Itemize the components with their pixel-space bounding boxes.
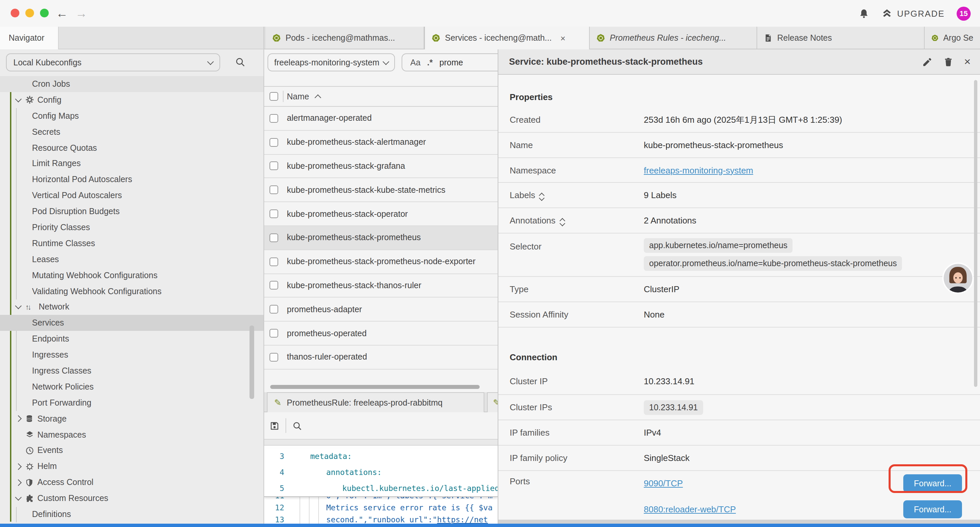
row-checkbox[interactable] bbox=[269, 209, 278, 218]
row-checkbox[interactable] bbox=[269, 162, 278, 170]
yaml-editor[interactable]: 110","for":"1m","labels":{"service":"m 1… bbox=[264, 446, 498, 524]
back-button[interactable]: ← bbox=[56, 5, 68, 22]
delete-trash-icon[interactable] bbox=[943, 56, 953, 67]
detail-row-ip-families: IP families IPv4 bbox=[498, 420, 980, 446]
sidebar-item-validating-webhook-configurations[interactable]: Validating Webhook Configurations bbox=[0, 283, 264, 299]
sidebar-item-config-maps[interactable]: Config Maps bbox=[0, 108, 264, 124]
namespace-link[interactable]: freeleaps-monitoring-system bbox=[644, 165, 753, 175]
close-icon[interactable]: × bbox=[964, 56, 970, 67]
row-checkbox[interactable] bbox=[269, 305, 278, 314]
table-row[interactable]: kube-prometheus-stack-prometheus-node-ex… bbox=[264, 250, 498, 274]
row-checkbox[interactable] bbox=[269, 281, 278, 290]
port-link[interactable]: 9090/TCP bbox=[644, 478, 683, 488]
sidebar-item-definitions[interactable]: Definitions bbox=[0, 506, 264, 522]
table-row[interactable]: kube-prometheus-stack-operator bbox=[264, 202, 498, 226]
row-checkbox[interactable] bbox=[269, 257, 278, 266]
regex-toggle[interactable]: .* bbox=[427, 58, 433, 67]
table-row[interactable]: prometheus-adapter bbox=[264, 298, 498, 322]
select-all-checkbox[interactable] bbox=[269, 92, 278, 101]
table-row-selected[interactable]: kube-prometheus-stack-prometheus bbox=[264, 226, 498, 250]
sidebar-item-pod-disruption-budgets[interactable]: Pod Disruption Budgets bbox=[0, 204, 264, 220]
sidebar-item-cron-jobs[interactable]: Cron Jobs bbox=[0, 76, 264, 92]
editor-search-icon[interactable] bbox=[292, 420, 302, 431]
sidebar-item-leases[interactable]: Leases bbox=[0, 252, 264, 267]
sidebar-item-port-forwarding[interactable]: Port Forwarding bbox=[0, 395, 264, 411]
row-checkbox[interactable] bbox=[269, 353, 278, 361]
zoom-window-button[interactable] bbox=[40, 9, 49, 18]
sidebar-item-namespaces[interactable]: Namespaces bbox=[0, 427, 264, 443]
detail-scrollbar-thumb[interactable] bbox=[974, 80, 977, 387]
editor-tab-prometheusrule[interactable]: ✎ PrometheusRule: freeleaps-prod-rabbitm… bbox=[267, 392, 484, 412]
sidebar-item-horizontal-pod-autoscalers[interactable]: Horizontal Pod Autoscalers bbox=[0, 172, 264, 188]
sort-ascending-icon bbox=[315, 94, 321, 101]
row-checkbox[interactable] bbox=[269, 186, 278, 194]
code-link[interactable]: https://net bbox=[437, 514, 488, 524]
row-checkbox[interactable] bbox=[269, 138, 278, 146]
editor-tab-partial[interactable]: ✎ bbox=[487, 392, 498, 412]
clock-icon bbox=[25, 446, 37, 455]
sidebar-item-events[interactable]: Events bbox=[0, 443, 264, 459]
sidebar-item-endpoints[interactable]: Endpoints bbox=[0, 331, 264, 347]
sidebar-group-config[interactable]: Config bbox=[0, 92, 264, 108]
sidebar-item-ingresses[interactable]: Ingresses bbox=[0, 347, 264, 363]
table-row[interactable]: alertmanager-operated bbox=[264, 107, 498, 131]
sidebar-item-secrets[interactable]: Secrets bbox=[0, 124, 264, 140]
forward-button[interactable]: Forward... bbox=[903, 500, 962, 518]
table-row[interactable]: kube-prometheus-stack-kube-state-metrics bbox=[264, 178, 498, 202]
upgrade-button[interactable]: UPGRADE bbox=[881, 8, 945, 19]
table-row[interactable]: prometheus-operated bbox=[264, 322, 498, 345]
sidebar-item-mutating-webhook-configurations[interactable]: Mutating Webhook Configurations bbox=[0, 267, 264, 283]
port-link[interactable]: 8080:reloader-web/TCP bbox=[644, 504, 736, 514]
notifications-bell-icon[interactable] bbox=[858, 8, 869, 19]
sidebar-item-services[interactable]: Services bbox=[0, 315, 264, 331]
namespace-selector[interactable]: freeleaps-monitoring-system bbox=[267, 53, 395, 72]
sidebar-group-storage[interactable]: Storage bbox=[0, 411, 264, 427]
table-row[interactable]: kube-prometheus-stack-alertmanager bbox=[264, 131, 498, 155]
minimize-window-button[interactable] bbox=[25, 9, 34, 18]
sidebar-scrollbar-thumb[interactable] bbox=[250, 326, 254, 399]
row-checkbox[interactable] bbox=[269, 234, 278, 242]
save-icon[interactable] bbox=[269, 420, 280, 431]
sidebar-group-custom-resources[interactable]: Custom Resources bbox=[0, 490, 264, 506]
sidebar-group-network[interactable]: ↑↓ Network bbox=[0, 299, 264, 315]
tab-navigator[interactable]: Navigator bbox=[0, 27, 59, 49]
name-column-header[interactable]: Name bbox=[287, 92, 309, 101]
edit-pencil-icon[interactable] bbox=[922, 56, 932, 67]
sidebar-item-network-policies[interactable]: Network Policies bbox=[0, 379, 264, 395]
tab-argo[interactable]: Argo Se bbox=[924, 27, 980, 49]
detail-row-selector: Selector app.kubernetes.io/name=promethe… bbox=[498, 234, 980, 277]
close-window-button[interactable] bbox=[11, 9, 19, 18]
table-row[interactable]: thanos-ruler-operated bbox=[264, 345, 498, 369]
row-checkbox[interactable] bbox=[269, 114, 278, 123]
code-line: metadata: bbox=[310, 448, 352, 464]
match-case-toggle[interactable]: Aa bbox=[410, 58, 421, 67]
service-rows: alertmanager-operated kube-prometheus-st… bbox=[264, 107, 498, 369]
tab-services[interactable]: Services - icecheng@math... × bbox=[424, 27, 590, 49]
navigator-sidebar: Local Kubeconfigs Cron Jobs Config Confi… bbox=[0, 49, 264, 524]
avatar[interactable] bbox=[942, 262, 974, 294]
tab-release-notes[interactable]: Release Notes bbox=[757, 27, 924, 49]
sidebar-item-vertical-pod-autoscalers[interactable]: Vertical Pod Autoscalers bbox=[0, 188, 264, 204]
expand-annotations-icon[interactable] bbox=[560, 216, 564, 225]
tab-prometheus-rules[interactable]: Prometheus Rules - icecheng... bbox=[590, 27, 757, 49]
sidebar-item-priority-classes[interactable]: Priority Classes bbox=[0, 220, 264, 236]
sidebar-group-access-control[interactable]: Access Control bbox=[0, 474, 264, 490]
sidebar-search-icon[interactable] bbox=[235, 57, 245, 67]
filter-input[interactable] bbox=[439, 58, 486, 67]
forward-button[interactable]: → bbox=[75, 5, 88, 22]
table-row[interactable]: kube-prometheus-stack-thanos-ruler bbox=[264, 274, 498, 298]
sidebar-item-limit-ranges[interactable]: Limit Ranges bbox=[0, 156, 264, 172]
table-row[interactable]: kube-prometheus-stack-grafana bbox=[264, 154, 498, 178]
list-header-row[interactable]: Name bbox=[264, 86, 498, 107]
sidebar-group-helm[interactable]: Helm bbox=[0, 459, 264, 474]
expand-labels-icon[interactable] bbox=[540, 191, 544, 200]
notification-count-badge[interactable]: 15 bbox=[957, 6, 970, 20]
kubeconfig-selector[interactable]: Local Kubeconfigs bbox=[6, 53, 220, 72]
sidebar-item-resource-quotas[interactable]: Resource Quotas bbox=[0, 140, 264, 156]
row-checkbox[interactable] bbox=[269, 329, 278, 338]
tab-pods[interactable]: Pods - icecheng@mathmas... bbox=[266, 27, 424, 49]
sidebar-item-ingress-classes[interactable]: Ingress Classes bbox=[0, 363, 264, 379]
horizontal-scrollbar-thumb[interactable] bbox=[270, 385, 480, 389]
close-tab-icon[interactable]: × bbox=[560, 33, 565, 43]
sidebar-item-runtime-classes[interactable]: Runtime Classes bbox=[0, 236, 264, 252]
